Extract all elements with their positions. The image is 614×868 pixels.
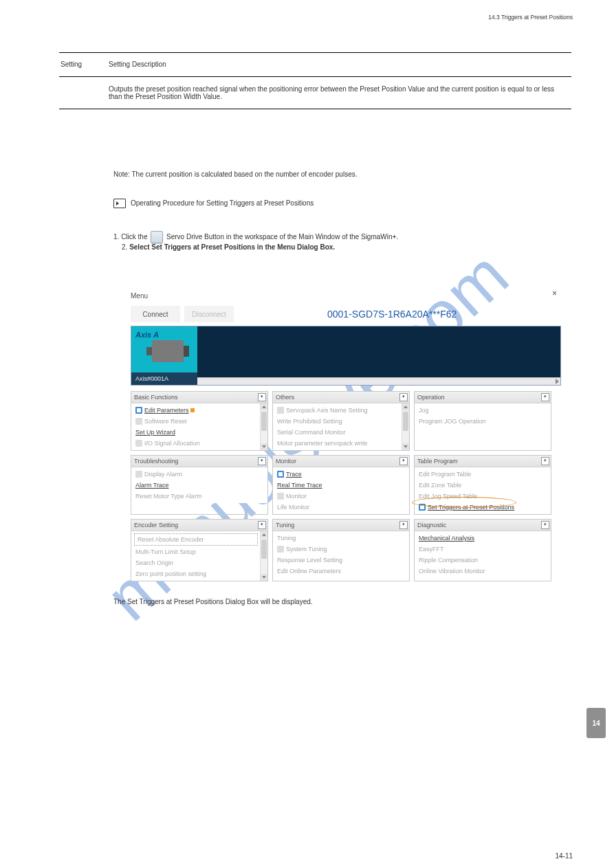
panel-diagnostic: Diagnostic▾ Mechanical Analysis EasyFFT … [414, 519, 551, 581]
panel-others: Others▾ Servopack Axis Name Setting Writ… [272, 391, 410, 451]
axis-label: Axis A [135, 331, 159, 339]
axis-panel: Axis A Axis#0001A [131, 326, 561, 386]
item-io-signal[interactable]: I/O Signal Allocation [133, 438, 259, 449]
panel-table-program: Table Program▾ Edit Program Table Edit Z… [414, 455, 551, 515]
list-item [416, 427, 549, 438]
item-edit-parameters[interactable]: Edit Parameters [133, 405, 259, 416]
item-software-reset[interactable]: Software Reset [133, 416, 259, 427]
panel-title: Troubleshooting [134, 458, 178, 465]
minimize-icon[interactable]: ▾ [541, 521, 549, 529]
item-edit-program-table[interactable]: Edit Program Table [416, 469, 549, 480]
table-header-right: Setting Description [107, 52, 571, 76]
step-3-text: The Set Triggers at Preset Positions Dia… [113, 598, 313, 605]
minimize-icon[interactable]: ▾ [258, 393, 266, 401]
doc-icon [135, 407, 142, 414]
sidebar-page-badge: 14 [586, 708, 606, 738]
item-ripple[interactable]: Ripple Compensation [416, 555, 549, 566]
item-easyfft[interactable]: EasyFFT [416, 544, 549, 555]
list-item[interactable]: Servopack Axis Name Setting [274, 405, 401, 416]
servo-drive-icon [151, 231, 163, 243]
grey-icon [277, 407, 284, 414]
step-2-text: Select Set Triggers at Preset Positions … [129, 243, 335, 251]
page-breadcrumb: 14.3 Triggers at Preset Positions [488, 14, 573, 21]
doc-icon [419, 504, 426, 511]
note-line: Note: The current position is calculated… [113, 170, 357, 178]
model-label: 0001-SGD7S-1R6A20A***F62 [327, 309, 457, 320]
item-reset-motor-alarm[interactable]: Reset Motor Type Alarm [133, 491, 266, 502]
item-reset-abs-encoder[interactable]: Reset Absolute Encoder [134, 533, 258, 546]
doc-icon [277, 471, 284, 478]
item-alarm-trace[interactable]: Alarm Trace [133, 480, 266, 491]
panel-scrollbar[interactable] [260, 531, 267, 581]
item-edit-zone-table[interactable]: Edit Zone Table [416, 480, 549, 491]
list-item[interactable]: Serial Command Monitor [274, 427, 401, 438]
grey-icon [277, 493, 284, 500]
minimize-icon[interactable]: ▾ [399, 457, 408, 465]
item-monitor[interactable]: Monitor [274, 491, 408, 502]
minimize-icon[interactable]: ▾ [541, 393, 549, 401]
table-header-left: Setting [59, 52, 107, 76]
menu-dialog-screenshot: Menu × Connect Disconnect 0001-SGD7S-1R6… [131, 289, 561, 581]
panel-title: Diagnostic [417, 522, 446, 528]
item-display-alarm[interactable]: Display Alarm [133, 469, 266, 480]
item-system-tuning[interactable]: System Tuning [274, 544, 408, 555]
table-cell-right-desc: Outputs the preset position reached sign… [107, 77, 571, 109]
item-online-vib[interactable]: Online Vibration Monitor [416, 566, 549, 577]
panel-operation: Operation▾ Jog Program JOG Operation [414, 391, 551, 451]
item-edit-jog-speed[interactable]: Edit Jog Speed Table [416, 491, 549, 502]
panel-troubleshooting: Troubleshooting▾ Display Alarm Alarm Tra… [131, 455, 268, 515]
panel-tuning: Tuning▾ Tuning System Tuning Response Le… [272, 519, 410, 581]
item-mechanical-analysis[interactable]: Mechanical Analysis [416, 533, 549, 544]
step-1-line: 1. Click the Servo Drive Button in the w… [113, 231, 398, 251]
panel-monitor: Monitor▾ Trace Real Time Trace Monitor L… [272, 455, 410, 515]
panel-scrollbar[interactable] [260, 403, 267, 450]
minimize-icon[interactable]: ▾ [258, 457, 266, 465]
item-jog[interactable]: Jog [416, 405, 549, 416]
axis-scrollbar[interactable] [197, 377, 560, 385]
connect-button[interactable]: Connect [131, 306, 180, 322]
item-realtime-trace[interactable]: Real Time Trace [274, 480, 408, 491]
item-multiturn[interactable]: Multi-Turn Limit Setup [133, 546, 259, 557]
item-search-origin[interactable]: Search Origin [133, 557, 259, 568]
item-edit-online-params[interactable]: Edit Online Parameters [274, 566, 408, 577]
item-response-level[interactable]: Response Level Setting [274, 555, 408, 566]
item-tuning[interactable]: Tuning [274, 533, 408, 544]
panel-title: Operation [417, 394, 445, 401]
settings-table: Setting Setting Description Outputs the … [59, 52, 571, 109]
item-life-monitor[interactable]: Life Monitor [274, 502, 408, 513]
close-icon[interactable]: × [552, 289, 557, 298]
list-item[interactable]: Motor parameter servopack write [274, 438, 401, 449]
axis-id: Axis#0001A [131, 372, 197, 385]
table-cell-left-empty [59, 77, 107, 109]
panel-scrollbar[interactable] [402, 403, 409, 450]
operating-procedure-title: Operating Procedure for Setting Triggers… [131, 199, 314, 207]
menu-label: Menu [131, 292, 148, 300]
minimize-icon[interactable]: ▾ [258, 521, 266, 529]
item-program-jog[interactable]: Program JOG Operation [416, 416, 549, 427]
item-trace[interactable]: Trace [274, 469, 408, 480]
page-number: 14-11 [555, 852, 573, 860]
grey-icon [135, 471, 142, 478]
grey-icon [135, 440, 142, 447]
grey-icon [135, 418, 142, 425]
item-set-triggers[interactable]: Set Triggers at Preset Positions [416, 502, 549, 513]
item-zero-point[interactable]: Zero point position setting [133, 568, 259, 579]
list-item[interactable]: Write Prohibited Setting [274, 416, 401, 427]
panel-title: Basic Functions [134, 394, 178, 401]
minimize-icon[interactable]: ▾ [541, 457, 549, 465]
panel-title: Others [276, 394, 294, 401]
new-badge-icon [190, 408, 195, 412]
panel-title: Table Program [417, 458, 458, 465]
item-setup-wizard[interactable]: Set Up Wizard [133, 427, 259, 438]
minimize-icon[interactable]: ▾ [399, 521, 408, 529]
motor-icon [152, 340, 184, 362]
panel-basic-functions: Basic Functions▾ Edit Parameters Softwar… [131, 391, 268, 451]
axis-thumbnail[interactable]: Axis A Axis#0001A [131, 326, 197, 385]
panel-encoder: Encoder Setting▾ Reset Absolute Encoder … [131, 519, 268, 581]
step-1-text-b: Servo Drive Button in the workspace of t… [166, 233, 398, 241]
minimize-icon[interactable]: ▾ [399, 393, 408, 401]
panel-title: Tuning [276, 522, 294, 528]
list-item [416, 438, 549, 449]
book-icon [113, 199, 126, 208]
disconnect-button: Disconnect [184, 306, 234, 322]
